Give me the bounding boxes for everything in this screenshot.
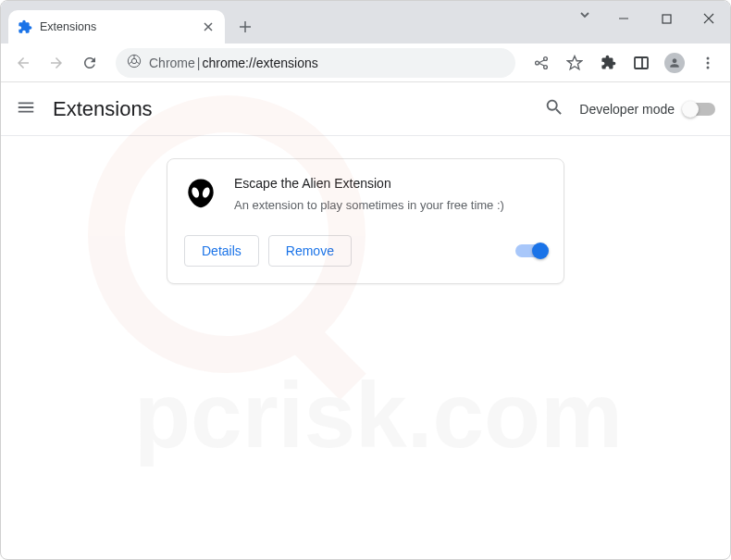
bookmark-star-icon[interactable] bbox=[560, 48, 589, 78]
developer-mode-label: Developer mode bbox=[579, 102, 675, 117]
svg-rect-1 bbox=[275, 308, 366, 400]
address-bar-text: Chrome | chrome://extensions bbox=[149, 56, 318, 70]
back-button[interactable] bbox=[8, 48, 38, 78]
toggle-knob-on bbox=[532, 243, 549, 259]
share-icon[interactable] bbox=[527, 48, 556, 78]
extension-name: Escape the Alien Extension bbox=[234, 176, 547, 191]
tab-search-chevron-icon[interactable] bbox=[578, 8, 591, 25]
extension-enable-toggle[interactable] bbox=[515, 244, 547, 257]
svg-point-11 bbox=[707, 56, 710, 59]
profile-avatar[interactable] bbox=[660, 48, 689, 78]
chrome-logo-icon bbox=[127, 54, 142, 72]
svg-point-6 bbox=[536, 61, 539, 65]
side-panel-icon[interactable] bbox=[626, 48, 656, 78]
tab-title: Extensions bbox=[40, 20, 201, 33]
extensions-content: Escape the Alien Extension An extension … bbox=[1, 136, 730, 306]
search-icon[interactable] bbox=[544, 97, 564, 121]
svg-rect-9 bbox=[635, 57, 648, 68]
svg-rect-3 bbox=[663, 15, 671, 23]
page-title: Extensions bbox=[53, 97, 544, 121]
extension-description: An extension to play sometimes in your f… bbox=[234, 196, 547, 215]
svg-text:pcrisk.com: pcrisk.com bbox=[134, 363, 623, 467]
extension-alien-icon bbox=[184, 176, 217, 209]
extension-card: Escape the Alien Extension An extension … bbox=[167, 158, 564, 284]
extension-puzzle-icon bbox=[18, 19, 32, 34]
svg-point-13 bbox=[707, 66, 710, 68]
forward-button[interactable] bbox=[42, 48, 71, 78]
kebab-menu-icon[interactable] bbox=[693, 48, 723, 78]
reload-button[interactable] bbox=[75, 48, 105, 78]
extensions-puzzle-icon[interactable] bbox=[593, 48, 623, 78]
svg-point-12 bbox=[707, 61, 710, 64]
remove-button[interactable]: Remove bbox=[268, 235, 352, 267]
svg-point-5 bbox=[131, 58, 136, 63]
close-window-button[interactable] bbox=[688, 1, 730, 36]
svg-point-8 bbox=[544, 65, 548, 68]
toggle-knob-off bbox=[682, 101, 699, 118]
developer-mode-toggle[interactable] bbox=[684, 103, 715, 116]
minimize-button[interactable] bbox=[602, 1, 645, 36]
svg-point-7 bbox=[544, 56, 548, 60]
window-controls bbox=[602, 1, 730, 36]
extensions-page-header: Extensions Developer mode bbox=[1, 82, 730, 136]
browser-toolbar: Chrome | chrome://extensions bbox=[1, 44, 730, 82]
address-bar[interactable]: Chrome | chrome://extensions bbox=[116, 48, 515, 78]
details-button[interactable]: Details bbox=[184, 235, 259, 267]
window-titlebar: Extensions bbox=[1, 1, 730, 44]
maximize-button[interactable] bbox=[645, 1, 688, 36]
new-tab-button[interactable] bbox=[232, 14, 258, 40]
browser-tab[interactable]: Extensions bbox=[8, 10, 225, 44]
hamburger-menu-icon[interactable] bbox=[16, 97, 36, 121]
tab-close-icon[interactable] bbox=[201, 19, 216, 34]
